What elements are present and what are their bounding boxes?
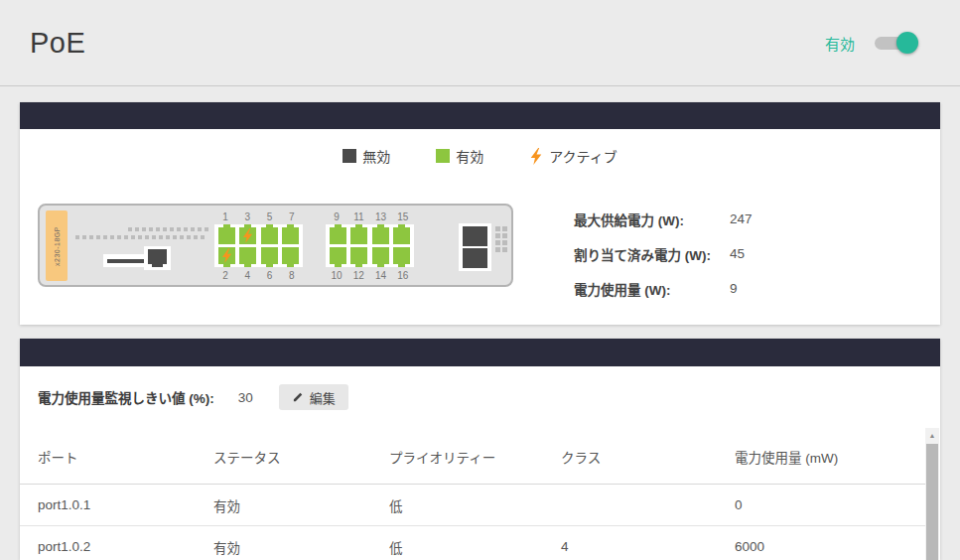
port-number-label: 1 bbox=[214, 210, 236, 223]
console-slot bbox=[103, 254, 148, 267]
led-dot bbox=[502, 233, 507, 238]
port-number-label: 15 bbox=[392, 210, 414, 223]
power-row-usage: 電力使用量 (W): 9 bbox=[574, 271, 911, 306]
port-number-label: 7 bbox=[281, 210, 303, 223]
led-dot bbox=[180, 235, 184, 239]
led-dot bbox=[194, 235, 198, 239]
led-dot bbox=[177, 227, 181, 231]
table-cell: 4 bbox=[561, 539, 735, 554]
table-cell: 0 bbox=[735, 497, 926, 512]
section-header-bar bbox=[20, 339, 940, 366]
led-dot bbox=[124, 235, 128, 239]
port-13 bbox=[372, 227, 389, 244]
lightning-bolt-icon bbox=[529, 148, 543, 165]
port-16 bbox=[393, 247, 410, 264]
threshold-label: 電力使用量監視しきい値 (%): bbox=[38, 387, 214, 407]
led-dot bbox=[149, 227, 153, 231]
legend-label: 有効 bbox=[456, 146, 483, 166]
max-supply-value: 247 bbox=[730, 211, 753, 226]
port-number-label: 12 bbox=[347, 269, 369, 282]
led-dot bbox=[159, 235, 163, 239]
port-number-label: 6 bbox=[259, 269, 281, 282]
led-dot bbox=[89, 235, 93, 239]
led-dot bbox=[128, 227, 132, 231]
sfp-port-1 bbox=[463, 226, 487, 246]
col-header-port: ポート bbox=[38, 447, 213, 467]
led-indicator-row-bottom bbox=[75, 235, 205, 239]
col-header-status: ステータス bbox=[213, 447, 389, 467]
switch-device-graphic: x230-18GP 1357 2468 9111315 10121416 bbox=[38, 204, 513, 287]
enable-toggle-label: 有効 bbox=[825, 33, 855, 54]
toggle-knob bbox=[896, 32, 918, 54]
port-8 bbox=[282, 247, 299, 264]
port-state-legend: 無効 有効 アクティブ bbox=[20, 146, 940, 166]
port-number-label: 2 bbox=[214, 269, 236, 282]
power-summary: 最大供給電力 (W): 247 割り当て済み電力 (W): 45 電力使用量 (… bbox=[574, 202, 911, 306]
poe-ports-card: 電力使用量監視しきい値 (%): 30 編集 ポート ステータス プライオリティ… bbox=[20, 339, 940, 560]
led-dot bbox=[103, 235, 107, 239]
led-dot bbox=[135, 227, 139, 231]
edit-threshold-button[interactable]: 編集 bbox=[279, 384, 348, 410]
led-dot bbox=[173, 235, 177, 239]
port-12 bbox=[350, 247, 367, 264]
led-dot bbox=[502, 247, 507, 252]
led-dot bbox=[495, 247, 500, 252]
sfp-port-2 bbox=[463, 248, 487, 268]
col-header-class: クラス bbox=[561, 447, 735, 467]
led-dot bbox=[82, 235, 86, 239]
led-dot bbox=[187, 235, 191, 239]
table-cell: 低 bbox=[389, 495, 561, 515]
sfp-port-panel bbox=[459, 223, 491, 271]
led-dot bbox=[502, 226, 507, 231]
port-number-label: 16 bbox=[392, 269, 414, 282]
led-dot bbox=[205, 227, 208, 231]
led-dot bbox=[96, 235, 100, 239]
table-cell: port1.0.2 bbox=[38, 539, 213, 554]
power-row-max-supply: 最大供給電力 (W): 247 bbox=[574, 202, 911, 236]
scrollbar-thumb[interactable] bbox=[926, 444, 938, 560]
port-3 bbox=[239, 227, 256, 244]
led-dot bbox=[142, 227, 146, 231]
led-dot bbox=[138, 235, 142, 239]
led-dot bbox=[117, 235, 121, 239]
table-cell: 有効 bbox=[213, 537, 389, 557]
led-dot bbox=[495, 240, 500, 245]
led-dot bbox=[191, 227, 195, 231]
port-1 bbox=[218, 227, 235, 244]
port-10 bbox=[330, 247, 346, 264]
led-dot bbox=[131, 235, 135, 239]
scroll-up-arrow-icon[interactable]: ▲ bbox=[925, 428, 939, 443]
table-cell: 6000 bbox=[735, 539, 926, 554]
led-dot bbox=[166, 235, 170, 239]
threshold-value: 30 bbox=[238, 390, 253, 405]
led-dot bbox=[75, 235, 79, 239]
table-row[interactable]: port1.0.1有効低0 bbox=[20, 485, 926, 526]
table-scrollbar[interactable]: ▲ bbox=[925, 428, 939, 560]
table-row[interactable]: port1.0.2有効低46000 bbox=[20, 526, 926, 560]
header-controls: 有効 bbox=[825, 32, 918, 54]
led-dot bbox=[198, 227, 202, 231]
led-dot bbox=[201, 235, 205, 239]
port-number-label: 9 bbox=[326, 210, 347, 223]
port-14 bbox=[372, 247, 389, 264]
page-header: PoE 有効 bbox=[0, 0, 960, 86]
led-indicator-row-top bbox=[128, 227, 208, 231]
port-number-label: 5 bbox=[259, 210, 281, 223]
legend-label: 無効 bbox=[362, 146, 390, 166]
disabled-swatch-icon bbox=[343, 149, 356, 163]
led-dot bbox=[502, 240, 507, 245]
port-4 bbox=[239, 247, 256, 264]
port-group-2: 9111315 10121416 bbox=[326, 210, 414, 282]
port-number-label: 11 bbox=[347, 210, 369, 223]
led-dot bbox=[156, 227, 160, 231]
led-dot bbox=[110, 235, 114, 239]
led-dot bbox=[495, 233, 500, 238]
port-6 bbox=[261, 247, 278, 264]
table-cell: 有効 bbox=[213, 495, 389, 515]
enable-toggle[interactable] bbox=[875, 32, 918, 54]
legend-label: アクティブ bbox=[549, 146, 617, 166]
device-model-label: x230-18GP bbox=[46, 210, 68, 281]
port-table-header: ポート ステータス プライオリティー クラス 電力使用量 (mW) bbox=[20, 430, 926, 485]
table-cell: port1.0.1 bbox=[38, 497, 213, 512]
port-number-label: 13 bbox=[370, 210, 392, 223]
